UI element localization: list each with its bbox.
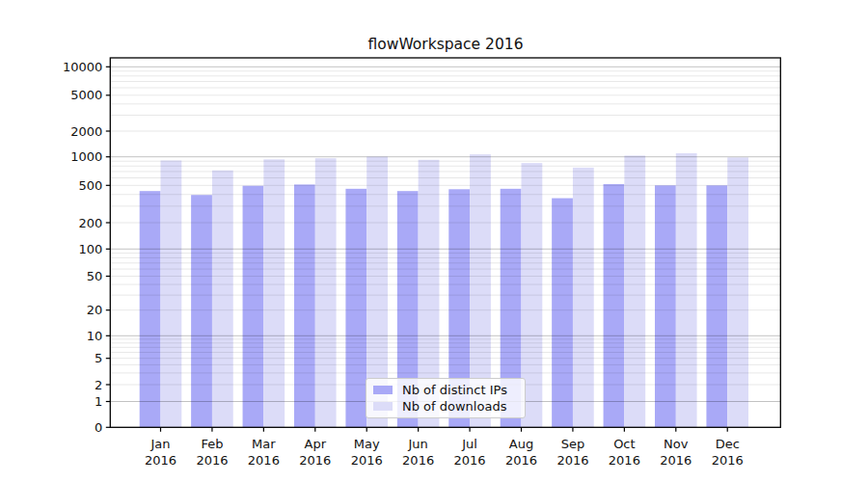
x-tick-label-year-aug-2016: 2016 <box>505 453 537 468</box>
x-tick-label-year-apr-2016: 2016 <box>299 453 331 468</box>
y-tick-label-1: 1 <box>95 394 102 409</box>
x-tick-label-jun-2016: Jun <box>407 437 427 451</box>
x-tick-label-apr-2016: Apr <box>305 437 327 451</box>
bar-nb-of-distinct-ips-jan-2016 <box>140 191 161 427</box>
y-tick-label-10: 10 <box>87 329 103 343</box>
bar-nb-of-distinct-ips-sep-2016 <box>552 199 573 428</box>
x-tick-label-nov-2016: Nov <box>664 437 689 451</box>
y-tick-label-500: 500 <box>78 178 102 193</box>
x-tick-label-feb-2016: Feb <box>201 437 223 451</box>
legend-box: Nb of distinct IPs Nb of downloads <box>366 378 526 418</box>
legend-row-distinct-ips: Nb of distinct IPs <box>366 383 525 397</box>
y-tick-label-100: 100 <box>78 242 102 256</box>
x-tick-label-year-jun-2016: 2016 <box>402 453 434 468</box>
bar-nb-of-distinct-ips-feb-2016 <box>191 195 212 427</box>
legend-label-downloads: Nb of downloads <box>402 399 506 414</box>
x-tick-label-year-jan-2016: 2016 <box>145 453 176 468</box>
bar-nb-of-downloads-apr-2016 <box>315 158 337 427</box>
bar-nb-of-distinct-ips-apr-2016 <box>294 184 315 427</box>
bar-nb-of-distinct-ips-nov-2016 <box>655 185 676 427</box>
y-tick-label-50: 50 <box>87 269 103 283</box>
x-tick-label-year-sep-2016: 2016 <box>556 453 588 468</box>
x-tick-label-year-mar-2016: 2016 <box>248 453 280 468</box>
bar-nb-of-distinct-ips-oct-2016 <box>604 184 625 427</box>
legend-label-distinct-ips: Nb of distinct IPs <box>402 383 507 397</box>
x-tick-label-year-nov-2016: 2016 <box>660 453 692 468</box>
bar-nb-of-distinct-ips-may-2016 <box>345 189 366 427</box>
y-tick-label-1000: 1000 <box>70 149 102 164</box>
bar-nb-of-downloads-oct-2016 <box>624 155 645 427</box>
y-tick-label-5: 5 <box>95 351 102 365</box>
x-tick-label-aug-2016: Aug <box>509 437 533 451</box>
legend-row-downloads: Nb of downloads <box>366 399 525 414</box>
bar-nb-of-downloads-dec-2016 <box>727 157 748 427</box>
y-tick-label-2000: 2000 <box>70 124 102 139</box>
y-tick-label-20: 20 <box>87 303 103 317</box>
x-tick-label-jan-2016: Jan <box>149 437 170 451</box>
bar-nb-of-downloads-feb-2016 <box>212 171 233 428</box>
x-tick-label-year-oct-2016: 2016 <box>609 453 640 468</box>
x-tick-label-oct-2016: Oct <box>613 437 635 451</box>
x-tick-label-year-feb-2016: 2016 <box>196 453 228 468</box>
bar-nb-of-downloads-mar-2016 <box>263 159 285 427</box>
x-tick-label-dec-2016: Dec <box>716 437 740 451</box>
bar-nb-of-downloads-jan-2016 <box>161 160 182 427</box>
chart-figure: 012510205010020050010002000500010000Jan2… <box>0 0 868 482</box>
x-tick-label-year-dec-2016: 2016 <box>712 453 744 468</box>
x-tick-label-sep-2016: Sep <box>561 437 585 451</box>
x-tick-label-mar-2016: Mar <box>252 437 276 451</box>
y-tick-label-10000: 10000 <box>63 60 102 74</box>
x-tick-label-year-jul-2016: 2016 <box>454 453 486 468</box>
x-tick-label-may-2016: May <box>354 437 380 451</box>
bar-nb-of-distinct-ips-mar-2016 <box>243 186 264 428</box>
legend-swatch-downloads <box>373 402 393 411</box>
bar-nb-of-distinct-ips-dec-2016 <box>706 185 727 427</box>
x-tick-label-jul-2016: Jul <box>461 437 477 451</box>
legend-swatch-distinct-ips <box>373 386 393 394</box>
chart-title: flowWorkspace 2016 <box>110 36 781 53</box>
y-tick-label-200: 200 <box>78 216 102 230</box>
x-tick-label-year-may-2016: 2016 <box>351 453 383 468</box>
y-tick-label-5000: 5000 <box>70 88 102 102</box>
y-tick-label-2: 2 <box>95 378 102 392</box>
y-tick-label-0: 0 <box>95 420 102 435</box>
